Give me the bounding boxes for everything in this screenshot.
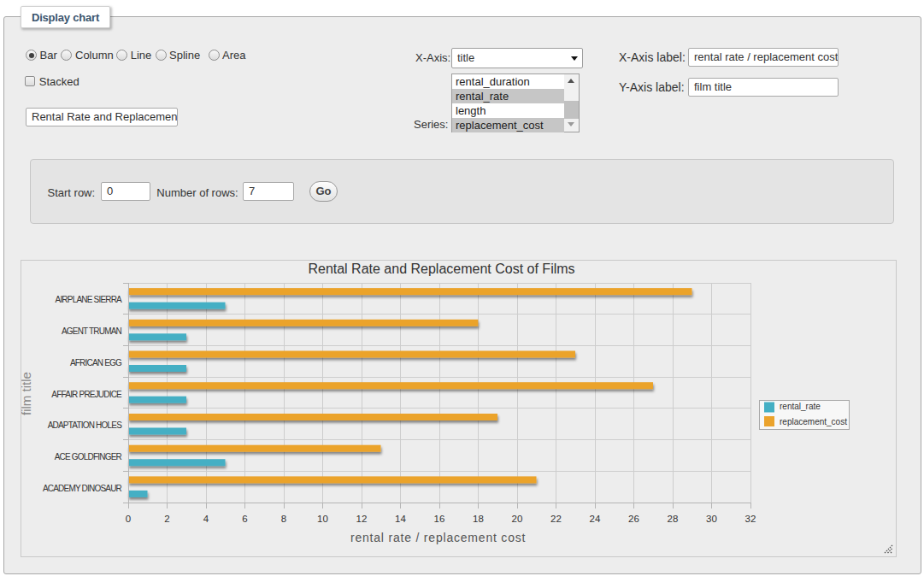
svg-text:18: 18	[473, 514, 484, 524]
svg-text:12: 12	[356, 514, 368, 524]
svg-text:6: 6	[242, 514, 247, 524]
svg-text:AGENT TRUMAN: AGENT TRUMAN	[62, 326, 122, 336]
svg-text:2: 2	[164, 514, 169, 524]
svg-text:ADAPTATION HOLES: ADAPTATION HOLES	[48, 420, 122, 430]
svg-text:30: 30	[706, 514, 717, 524]
svg-text:ACADEMY DINOSAUR: ACADEMY DINOSAUR	[43, 484, 122, 493]
svg-text:28: 28	[668, 514, 679, 524]
svg-text:20: 20	[512, 514, 523, 524]
svg-text:4: 4	[203, 514, 209, 524]
svg-text:AFRICAN EGG: AFRICAN EGG	[70, 358, 122, 367]
svg-text:film title: film title	[21, 372, 33, 415]
svg-text:26: 26	[628, 514, 639, 524]
svg-text:AFFAIR PREJUDICE: AFFAIR PREJUDICE	[51, 390, 122, 399]
svg-text:ACE GOLDFINGER: ACE GOLDFINGER	[55, 452, 122, 461]
svg-text:rental_rate: rental_rate	[780, 402, 821, 411]
svg-text:replacement_cost: replacement_cost	[780, 417, 847, 426]
svg-text:10: 10	[317, 514, 328, 524]
svg-text:Rental Rate and Replacement Co: Rental Rate and Replacement Cost of Film…	[308, 262, 574, 276]
svg-text:14: 14	[395, 514, 406, 524]
svg-text:AIRPLANE SIERRA: AIRPLANE SIERRA	[56, 295, 123, 304]
svg-text:22: 22	[550, 514, 562, 524]
svg-text:8: 8	[281, 514, 286, 524]
svg-text:24: 24	[590, 514, 601, 524]
svg-text:16: 16	[434, 514, 445, 524]
svg-text:rental rate / replacement cost: rental rate / replacement cost	[350, 531, 526, 544]
svg-text:32: 32	[745, 514, 756, 524]
svg-text:0: 0	[126, 514, 131, 524]
